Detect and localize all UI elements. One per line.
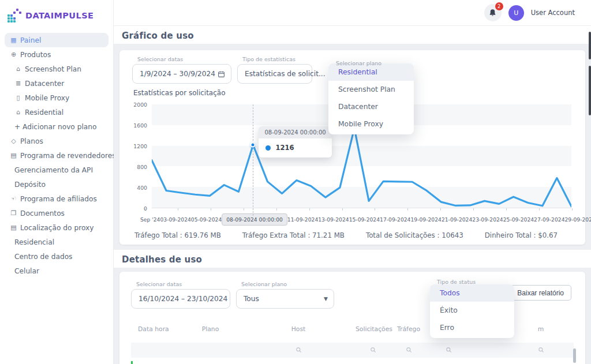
mobile-icon: ▯ bbox=[14, 94, 22, 102]
x-axis-labels: Sep '2403-09-202405-09-202408-09-2024 00… bbox=[140, 212, 573, 226]
date-range-value: 1/9/2024 – 30/9/2024 bbox=[140, 70, 215, 78]
details-plan-select[interactable]: Tous ▼ bbox=[236, 289, 334, 309]
x-tick bbox=[211, 208, 211, 211]
option-exito[interactable]: Éxito bbox=[430, 302, 514, 319]
calendar-icon bbox=[218, 70, 225, 78]
sidebar-item-screenshot-plan[interactable]: ⌂Screenshot Plan bbox=[5, 62, 109, 76]
sidebar-item-painel[interactable]: ▦Painel bbox=[5, 33, 109, 47]
sidebar-item-celular[interactable]: Celular bbox=[5, 264, 109, 278]
tag-icon: ◇ bbox=[10, 137, 17, 145]
x-tick bbox=[572, 208, 573, 211]
x-tick-label: 27-09-2024 bbox=[534, 216, 564, 223]
totals-row: Tráfego Total : 619.76 MBTráfego Extra T… bbox=[134, 231, 558, 239]
sidebar-item-label: Gerenciamento da API bbox=[14, 166, 93, 174]
option-erro[interactable]: Erro bbox=[430, 319, 514, 336]
window-scrollbar-thumb[interactable] bbox=[589, 32, 591, 59]
usage-chart-section-title: Gráfico de uso bbox=[122, 31, 583, 41]
x-tick-label: 21-09-2024 bbox=[442, 216, 472, 223]
y-tick-label: 800 bbox=[137, 164, 147, 170]
search-icon bbox=[296, 347, 302, 353]
details-date-range-label: Selecionar datas bbox=[136, 281, 230, 287]
table-filter-row bbox=[131, 343, 574, 358]
stats-type-field: Tipo de estatísticas Estatísticas de sol… bbox=[237, 56, 312, 84]
x-tick-label: 19-09-2024 bbox=[410, 216, 441, 223]
sidebar-item-gerenciamento-da-api[interactable]: Gerenciamento da API bbox=[5, 163, 109, 177]
x-tick bbox=[506, 208, 507, 211]
sidebar-item-centro-de-dados[interactable]: Centro de dados bbox=[5, 249, 109, 264]
x-tick-label: 17-09-2024 bbox=[380, 216, 410, 223]
total-total-de-solicitacoes: Total de Solicitações : 10643 bbox=[366, 231, 463, 239]
sidebar-item-datacenter[interactable]: ≣Datacenter bbox=[5, 76, 109, 91]
sidebar-item-produtos[interactable]: ⊕Produtos bbox=[5, 47, 109, 62]
tooltip-value: 1216 bbox=[275, 144, 294, 152]
details-date-range-value: 16/10/2024 – 23/10/2024 bbox=[139, 295, 227, 303]
x-tick bbox=[309, 208, 310, 211]
column-filter-m[interactable] bbox=[508, 344, 574, 355]
date-range-input[interactable]: 1/9/2024 – 30/9/2024 bbox=[132, 64, 231, 84]
option-datacenter[interactable]: Datacenter bbox=[328, 98, 414, 115]
sidebar-item-residencial[interactable]: Residencial bbox=[5, 235, 109, 249]
sidebar-item-planos[interactable]: ◇Planos bbox=[5, 134, 109, 148]
brand-icon bbox=[8, 9, 21, 22]
sidebar-item-mobile-proxy[interactable]: ▯Mobile Proxy bbox=[5, 91, 109, 105]
table-scrollbar-thumb[interactable] bbox=[573, 348, 576, 363]
x-tick bbox=[375, 208, 375, 211]
sidebar-item-localizacao-do-proxy[interactable]: ▤Localização do proxy bbox=[5, 220, 109, 235]
notifications-button[interactable]: 2 bbox=[484, 4, 502, 21]
usage-chart-card: Selecionar datas 1/9/2024 – 30/9/2024 Ti… bbox=[119, 50, 585, 245]
total-trafego-extra-total: Tráfego Extra Total : 71.21 MB bbox=[242, 231, 345, 239]
column-header-host: Host bbox=[244, 325, 353, 333]
x-tick bbox=[440, 208, 441, 211]
bell-icon bbox=[488, 9, 497, 17]
building-icon: ▤ bbox=[10, 224, 17, 231]
sidebar-item-residential[interactable]: ⌂Residential bbox=[5, 105, 109, 119]
sidebar-item-programa-de-revendedores[interactable]: ▤Programa de revendedores bbox=[5, 148, 109, 163]
x-tick-label: 23-09-2024 bbox=[472, 216, 503, 223]
x-tick bbox=[178, 208, 178, 211]
column-filter-host[interactable] bbox=[244, 344, 353, 355]
date-range-field: Selecionar datas 1/9/2024 – 30/9/2024 bbox=[132, 56, 231, 84]
usage-details-card: Selecionar datas 16/10/2024 – 23/10/2024… bbox=[119, 272, 585, 364]
x-tick bbox=[407, 208, 408, 211]
sidebar-item-programa-de-afiliados[interactable]: ☜Programa de afiliados bbox=[5, 192, 109, 206]
sidebar-item-label: Celular bbox=[14, 267, 39, 275]
search-icon bbox=[370, 347, 376, 353]
column-filter-solicitacoes[interactable] bbox=[353, 344, 392, 355]
column-header-m: m bbox=[508, 325, 574, 333]
column-filter-trafego-cobrado[interactable] bbox=[425, 344, 472, 355]
sidebar-item-adicionar-novo-plano[interactable]: + Adicionar novo plano bbox=[5, 119, 109, 134]
details-date-range-field: Selecionar datas 16/10/2024 – 23/10/2024 bbox=[131, 281, 230, 309]
x-tick bbox=[473, 208, 474, 211]
sidebar-item-label: Centro de dados bbox=[14, 253, 72, 261]
usage-chart-section-header: Gráfico de uso bbox=[114, 25, 591, 44]
stats-type-label: Tipo de estatísticas bbox=[242, 56, 312, 62]
x-tick bbox=[539, 208, 540, 211]
column-filter-trafego[interactable] bbox=[392, 344, 425, 355]
details-date-range-input[interactable]: 16/10/2024 – 23/10/2024 bbox=[131, 289, 230, 309]
y-tick-label: 2000 bbox=[133, 102, 147, 108]
hand-icon: ☜ bbox=[10, 195, 17, 202]
series-dot-icon bbox=[265, 145, 271, 151]
total-trafego-total: Tráfego Total : 619.76 MB bbox=[134, 231, 221, 239]
option-todos[interactable]: Todos bbox=[430, 284, 514, 302]
avatar[interactable]: U bbox=[508, 5, 524, 21]
stats-type-select[interactable]: Estatísticas de solicit... ▼ bbox=[237, 64, 312, 84]
sidebar-item-label: Localização do proxy bbox=[20, 224, 93, 232]
sidebar-item-documentos[interactable]: ❐Documentos bbox=[5, 206, 109, 220]
user-account-label[interactable]: User Account bbox=[531, 9, 575, 17]
window-scrollbar-thumb[interactable] bbox=[589, 66, 591, 115]
column-header-solicitacoes: Solicitações bbox=[353, 325, 392, 333]
doc-icon: ❐ bbox=[10, 209, 17, 217]
server-icon: ≣ bbox=[14, 80, 22, 87]
table-row[interactable]: 10/22/2024,www.youtube.com; bbox=[131, 361, 574, 364]
option-screenshot-plan[interactable]: Screenshot Plan bbox=[328, 81, 414, 98]
option-mobile-proxy[interactable]: Mobile Proxy bbox=[328, 115, 414, 133]
x-tick-label: 11-09-2024 bbox=[287, 216, 318, 223]
app-window: DATAIMPULSE ▦Painel⊕Produtos⌂Screenshot … bbox=[0, 0, 591, 364]
sidebar-item-deposito[interactable]: Depósito bbox=[5, 177, 109, 192]
x-tick-label: 29-09-2024 bbox=[565, 216, 591, 223]
y-tick-label: 1600 bbox=[133, 122, 147, 129]
brand-logo[interactable]: DATAIMPULSE bbox=[0, 0, 113, 31]
search-icon bbox=[406, 347, 412, 353]
x-tick-label: 25-09-2024 bbox=[503, 216, 534, 223]
